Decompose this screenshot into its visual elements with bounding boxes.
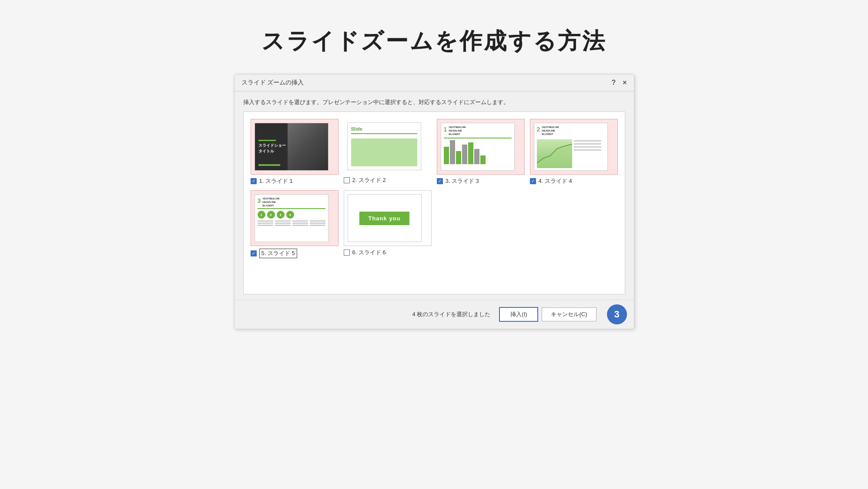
- slide-label-row-6[interactable]: 6. スライド 6: [344, 249, 386, 256]
- tl12: [310, 225, 325, 226]
- thumb-slide2-title: Slide: [351, 126, 417, 132]
- slide-label-row-4[interactable]: 4. スライド 4: [530, 177, 572, 185]
- col1: [258, 220, 273, 227]
- tl4: [275, 220, 291, 222]
- checkbox-slide5[interactable]: [251, 250, 257, 256]
- thumb-slide1-accent: [258, 140, 276, 141]
- circle2: 2: [267, 211, 275, 219]
- thumb-slide5-num: 3: [258, 197, 261, 204]
- thumb-slide2-bg: Slide: [348, 123, 421, 170]
- slide-thumbnail-6: Thank you: [348, 194, 422, 242]
- insert-button[interactable]: 挿入(I): [499, 307, 538, 322]
- help-icon[interactable]: ?: [611, 79, 616, 87]
- dialog-instruction: 挿入するスライドを選びます。プレゼンテーション中に選択すると、対応するスライドに…: [243, 98, 625, 106]
- circle1: 1: [258, 211, 265, 219]
- circle3: 3: [277, 211, 285, 219]
- slide-label-5: 5. スライド 5: [259, 249, 297, 258]
- col3: [292, 220, 308, 227]
- checkbox-slide2[interactable]: [344, 177, 350, 183]
- checkbox-slide4[interactable]: [530, 178, 536, 184]
- tl5: [275, 223, 291, 224]
- thumb-slide1-text: スライドショータイトル: [258, 143, 325, 154]
- slide-thumbnail-3: 1 VESTIBULUMHEADLINEBLANDIT: [441, 123, 515, 171]
- slide-label-2: 2. スライド 2: [352, 176, 386, 184]
- thumb-slide3-greenline: [444, 138, 512, 138]
- dialog-title: スライド ズームの挿入: [241, 79, 304, 87]
- thumb-slide4-title-text: VESTIBULUMHEADLINEBLANDIT: [542, 126, 559, 136]
- col2: [275, 220, 291, 227]
- slide-item-2[interactable]: Slide 2. スライド 2: [344, 119, 432, 185]
- slide-label-row-5[interactable]: 5. スライド 5: [251, 249, 297, 258]
- textline3: [574, 146, 601, 148]
- tl1: [258, 220, 273, 222]
- close-icon[interactable]: ×: [623, 79, 627, 87]
- dialog-body: 挿入するスライドを選びます。プレゼンテーション中に選択すると、対応するスライドに…: [235, 91, 634, 300]
- slide-thumbnail-4: 2 VESTIBULUMHEADLINEBLANDIT: [534, 123, 608, 171]
- slide-label-row-1[interactable]: 1. スライド 1: [251, 177, 293, 185]
- thumb-slide4-num: 2: [537, 126, 540, 133]
- thumb-slide5-title-text: VESTIBULUMHEADLINEBLANDIT: [262, 197, 279, 207]
- thumb-slide3-title-text: VESTIBULUMHEADLINEBLANDIT: [449, 126, 466, 136]
- slide-label-row-3[interactable]: 3. スライド 3: [437, 177, 479, 185]
- slide-label-6: 6. スライド 6: [352, 249, 386, 256]
- tl8: [292, 223, 308, 224]
- thumb-slide4-content: [537, 139, 605, 168]
- slide-label-3: 3. スライド 3: [446, 177, 479, 185]
- circle4: 4: [286, 211, 294, 219]
- slide-item-4[interactable]: 2 VESTIBULUMHEADLINEBLANDIT: [530, 119, 618, 185]
- thumb-slide4-bg: 2 VESTIBULUMHEADLINEBLANDIT: [534, 123, 607, 170]
- thumb-slide4-texts: [574, 139, 604, 168]
- bar4: [462, 145, 467, 164]
- slide-item-6[interactable]: Thank you 6. スライド 6: [344, 190, 432, 258]
- dialog-titlebar: スライド ズームの挿入 ? ×: [235, 74, 634, 91]
- tl11: [310, 223, 325, 224]
- empty-col-2: [530, 190, 613, 258]
- thumb-slide3-bars: [444, 140, 512, 164]
- tl10: [310, 220, 325, 222]
- tl6: [275, 225, 291, 226]
- textline1: [574, 140, 601, 142]
- bar1: [444, 147, 449, 164]
- dialog-footer: 4 枚のスライドを選択しました 挿入(I) キャンセル(C) 3: [235, 300, 634, 329]
- bar2: [450, 140, 455, 164]
- slide-item-5[interactable]: 3 VESTIBULUMHEADLINEBLANDIT 1 2 3 4: [251, 190, 338, 258]
- thumb-slide5-greenline: [258, 208, 325, 209]
- slide-thumbnail-2: Slide: [347, 122, 421, 170]
- bar5: [468, 142, 473, 164]
- slide-label-4: 4. スライド 4: [539, 177, 572, 185]
- slide-item-3[interactable]: 1 VESTIBULUMHEADLINEBLANDIT: [437, 119, 525, 185]
- thumb-slide5-header: 3 VESTIBULUMHEADLINEBLANDIT: [258, 197, 325, 207]
- slide-label-row-2[interactable]: 2. スライド 2: [344, 176, 386, 184]
- checkbox-slide6[interactable]: [344, 250, 350, 256]
- page-title: スライドズームを作成する方法: [261, 26, 607, 57]
- tl9: [292, 225, 308, 226]
- slides-area: スライドショータイトル 1. スライド 1: [243, 111, 625, 294]
- textline4: [574, 149, 601, 151]
- thumb-slide3-num: 1: [444, 126, 447, 133]
- thumb-slide1-bar: [258, 164, 280, 166]
- cancel-button[interactable]: キャンセル(C): [542, 307, 596, 321]
- thumb-slide3-header: 1 VESTIBULUMHEADLINEBLANDIT: [444, 126, 512, 136]
- thumb-slide4-chart: [537, 139, 573, 168]
- step-badge: 3: [607, 304, 627, 324]
- slide-thumbnail-5: 3 VESTIBULUMHEADLINEBLANDIT 1 2 3 4: [255, 194, 328, 242]
- thumb-slide2-box: [351, 138, 417, 166]
- bar3: [456, 151, 461, 164]
- dialog: スライド ズームの挿入 ? × 挿入するスライドを選びます。プレゼンテーション中…: [234, 74, 634, 329]
- tl2: [258, 223, 273, 224]
- slide-item-1[interactable]: スライドショータイトル 1. スライド 1: [251, 119, 338, 185]
- thumb-slide6-bg: Thank you: [348, 195, 421, 242]
- slide-label-1: 1. スライド 1: [259, 177, 293, 185]
- thumb-slide1-bg: スライドショータイトル: [255, 123, 328, 170]
- bar7: [480, 155, 486, 164]
- thumb-slide5-circles: 1 2 3 4: [258, 211, 325, 219]
- dialog-titlebar-icons: ? ×: [611, 79, 627, 87]
- thumb-slide4-header: 2 VESTIBULUMHEADLINEBLANDIT: [537, 126, 605, 136]
- checkbox-slide1[interactable]: [251, 178, 257, 184]
- tl3: [258, 225, 273, 226]
- thumb-slide2-line: [351, 133, 417, 134]
- tl7: [292, 220, 308, 222]
- thank-you-label: Thank you: [359, 212, 409, 225]
- thumb-slide3-bg: 1 VESTIBULUMHEADLINEBLANDIT: [441, 123, 514, 170]
- checkbox-slide3[interactable]: [437, 178, 443, 184]
